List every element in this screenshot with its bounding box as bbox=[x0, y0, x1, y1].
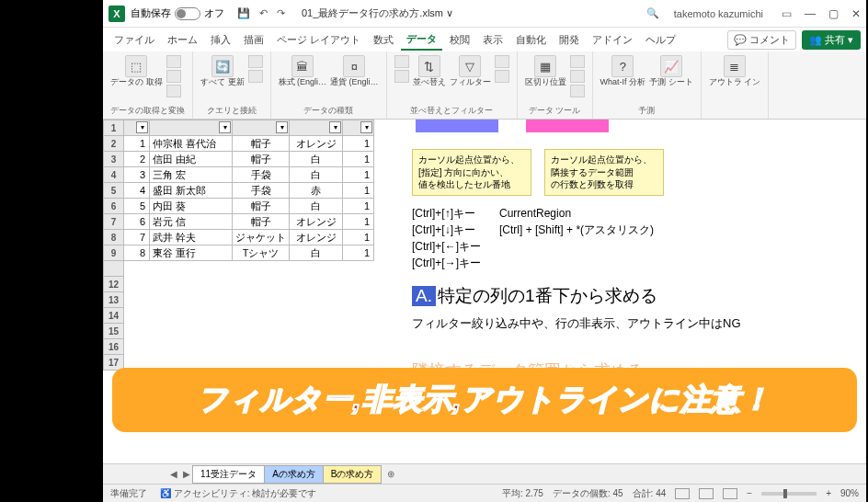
ribbon-group-forecast: ?What-If 分析 📈予測 シート 予測 bbox=[593, 51, 702, 119]
filter-dropdown-icon[interactable]: ▾ bbox=[360, 121, 372, 133]
filter-dropdown-icon[interactable]: ▾ bbox=[276, 121, 288, 133]
status-ready: 準備完了 bbox=[110, 487, 147, 500]
tab-insert[interactable]: 挿入 bbox=[205, 30, 236, 50]
heading-text: 特定の列の1番下から求める bbox=[438, 284, 657, 308]
filter-button[interactable]: ▽フィルター bbox=[450, 55, 491, 87]
filter-dropdown-icon[interactable]: ▾ bbox=[219, 121, 231, 133]
empty-row: 16 bbox=[104, 339, 374, 355]
zoom-level[interactable]: 90% bbox=[840, 488, 859, 498]
maximize-icon[interactable]: ▢ bbox=[828, 7, 839, 20]
sheet-tab[interactable]: Bの求め方 bbox=[323, 465, 383, 484]
sticky-note-left: カーソル起点位置から、 [指定] 方向に向かい、 値を検出したセル番地 bbox=[412, 149, 531, 196]
quick-access-toolbar: 💾 ↶ ↷ bbox=[237, 7, 285, 19]
view-normal-icon[interactable] bbox=[675, 488, 690, 499]
ribbon-group-datatools: ▦区切り位置 データ ツール bbox=[518, 51, 593, 119]
share-button[interactable]: 👥 共有 ▾ bbox=[802, 30, 861, 50]
tab-view[interactable]: 表示 bbox=[477, 30, 508, 50]
sort-asc-icon[interactable] bbox=[394, 55, 409, 68]
tab-pagelayout[interactable]: ページ レイアウト bbox=[271, 30, 366, 50]
sheet-tab[interactable]: Aの求め方 bbox=[264, 465, 324, 484]
sort-desc-icon[interactable] bbox=[394, 70, 409, 83]
status-sum: 合計: 44 bbox=[633, 487, 667, 500]
zoom-slider[interactable] bbox=[761, 492, 817, 496]
table-row: 43三角 宏手袋白1 bbox=[104, 167, 374, 183]
tab-formulas[interactable]: 数式 bbox=[368, 30, 399, 50]
heading-badge: A. bbox=[412, 286, 436, 306]
redo-icon[interactable]: ↷ bbox=[277, 7, 285, 19]
banner-text: フィルター,非表示,アウトラインに注意！ bbox=[198, 380, 772, 420]
tab-automate[interactable]: 自動化 bbox=[510, 30, 552, 50]
empty-row bbox=[104, 261, 374, 277]
filter-dropdown-icon[interactable]: ▾ bbox=[136, 121, 148, 133]
ribbon: ⬚データの 取得 データの取得と変換 🔄すべて 更新 クエリと接続 🏛株式 (E… bbox=[103, 51, 866, 120]
filename[interactable]: 01_最終データ行の求め方.xlsm ∨ bbox=[302, 6, 453, 20]
tab-file[interactable]: ファイル bbox=[108, 30, 160, 50]
statusbar: 準備完了 ♿ アクセシビリティ: 検討が必要です 平均: 2.75 データの個数… bbox=[103, 484, 866, 502]
heading-subtext: フィルター絞り込み中や、行の非表示、アウトライン中はNG bbox=[412, 315, 853, 332]
autosave-toggle[interactable]: 自動保存 オフ bbox=[131, 6, 224, 20]
tab-review[interactable]: 校閲 bbox=[444, 30, 475, 50]
tab-help[interactable]: ヘルプ bbox=[640, 30, 681, 50]
key-combos-left: [Ctrl]+[↑]キー [Ctrl]+[↓]キー [Ctrl]+[←]キー [… bbox=[412, 205, 481, 271]
from-text-icon[interactable] bbox=[166, 55, 181, 68]
stocks-button[interactable]: 🏛株式 (Engli… bbox=[279, 55, 327, 87]
tab-draw[interactable]: 描画 bbox=[238, 30, 269, 50]
autosave-label: 自動保存 bbox=[131, 6, 171, 20]
table-row: 21仲宗根 喜代治帽子オレンジ1 bbox=[104, 136, 374, 152]
empty-row: 13 bbox=[104, 292, 374, 308]
ribbon-group-getdata: ⬚データの 取得 データの取得と変換 bbox=[103, 51, 193, 119]
overlay-banner: フィルター,非表示,アウトラインに注意！ bbox=[112, 368, 857, 432]
sheet-nav-next-icon[interactable]: ▶ bbox=[180, 469, 193, 479]
currency-button[interactable]: ¤通貨 (Engli… bbox=[330, 55, 379, 87]
filter-header-row: 1 ▾ ▾ ▾ ▾ ▾ bbox=[104, 120, 374, 136]
close-icon[interactable]: ✕ bbox=[851, 7, 861, 20]
data-table[interactable]: 1 ▾ ▾ ▾ ▾ ▾ 21仲宗根 喜代治帽子オレンジ1 32信田 由紀帽子白1… bbox=[103, 120, 374, 371]
table-row: 65内田 葵帽子白1 bbox=[104, 199, 374, 214]
status-average: 平均: 2.75 bbox=[502, 487, 543, 500]
ribbon-group-sortfilter: ⇅並べ替え ▽フィルター 並べ替えとフィルター bbox=[387, 51, 518, 119]
empty-row: 12 bbox=[104, 277, 374, 292]
sheet-tab[interactable]: 11受注データ bbox=[192, 465, 265, 484]
tab-home[interactable]: ホーム bbox=[162, 30, 203, 50]
view-pagebreak-icon[interactable] bbox=[723, 488, 737, 499]
table-row: 54盛田 新太郎手袋赤1 bbox=[104, 183, 374, 199]
empty-row: 14 bbox=[104, 308, 374, 324]
minimize-icon[interactable]: — bbox=[805, 7, 816, 20]
zoom-in-icon[interactable]: + bbox=[826, 488, 831, 498]
get-data-button[interactable]: ⬚データの 取得 bbox=[110, 55, 163, 87]
excel-icon: X bbox=[108, 6, 125, 22]
ribbon-group-queries: 🔄すべて 更新 クエリと接続 bbox=[193, 51, 271, 119]
forecast-sheet-button[interactable]: 📈予測 シート bbox=[649, 55, 693, 87]
titlebar: X 自動保存 オフ 💾 ↶ ↷ 01_最終データ行の求め方.xlsm ∨ 🔍 t… bbox=[103, 0, 866, 28]
tab-developer[interactable]: 開発 bbox=[554, 30, 585, 50]
explanation-pane: カーソル起点位置から、 [指定] 方向に向かい、 値を検出したセル番地 カーソル… bbox=[412, 125, 853, 382]
tab-addins[interactable]: アドイン bbox=[587, 30, 638, 50]
table-row: 76岩元 信帽子オレンジ1 bbox=[104, 214, 374, 230]
tab-data[interactable]: データ bbox=[401, 29, 442, 51]
status-accessibility[interactable]: ♿ アクセシビリティ: 検討が必要です bbox=[160, 487, 316, 500]
table-row: 87武井 幹夫ジャケットオレンジ1 bbox=[104, 230, 374, 245]
sheet-nav-prev-icon[interactable]: ◀ bbox=[167, 469, 180, 479]
view-pagelayout-icon[interactable] bbox=[699, 488, 714, 499]
ribbon-mode-icon[interactable]: ▭ bbox=[782, 7, 792, 20]
sticky-note-right: カーソル起点位置から、 隣接するデータ範囲 の行数と列数を取得 bbox=[544, 149, 664, 196]
table-row: 32信田 由紀帽子白1 bbox=[104, 152, 374, 167]
filter-dropdown-icon[interactable]: ▾ bbox=[329, 121, 341, 133]
outline-button[interactable]: ≣アウトラ イン bbox=[709, 55, 761, 87]
undo-icon[interactable]: ↶ bbox=[259, 7, 268, 19]
text-to-columns-button[interactable]: ▦区切り位置 bbox=[525, 55, 566, 87]
menubar: ファイル ホーム 挿入 描画 ページ レイアウト 数式 データ 校閲 表示 自動… bbox=[103, 28, 866, 51]
from-table-icon[interactable] bbox=[166, 85, 181, 97]
status-count: データの個数: 45 bbox=[553, 487, 623, 500]
whatif-button[interactable]: ?What-If 分析 bbox=[600, 55, 646, 87]
search-icon[interactable]: 🔍 bbox=[646, 7, 659, 19]
toggle-icon[interactable] bbox=[175, 7, 200, 20]
comments-button[interactable]: 💬 コメント bbox=[727, 30, 796, 50]
save-icon[interactable]: 💾 bbox=[237, 7, 250, 19]
from-web-icon[interactable] bbox=[166, 70, 181, 83]
add-sheet-icon[interactable]: ⊕ bbox=[382, 469, 400, 479]
sort-button[interactable]: ⇅並べ替え bbox=[413, 55, 446, 87]
user-name[interactable]: takemoto kazumichi bbox=[674, 8, 763, 19]
zoom-out-icon[interactable]: − bbox=[747, 488, 752, 498]
refresh-all-button[interactable]: 🔄すべて 更新 bbox=[200, 55, 245, 87]
